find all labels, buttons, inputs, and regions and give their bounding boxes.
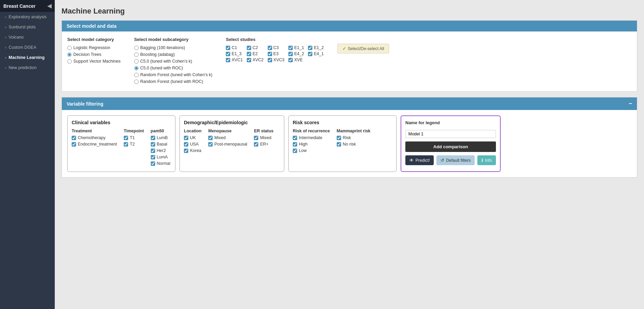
study-item-XVE: XVE <box>288 58 304 62</box>
radio-sub-boosting[interactable] <box>134 52 139 57</box>
checkbox-Mixed[interactable] <box>254 136 258 140</box>
study-checkbox-E1_2[interactable] <box>308 46 312 50</box>
radio-sub-text-rf-cohens: Random Forest (tuned with Cohen's k) <box>140 72 213 77</box>
study-checkbox-C2[interactable] <box>247 46 251 50</box>
study-checkbox-E1_1[interactable] <box>288 46 293 50</box>
demographic-card: Demographic/Epidemiologic Location UK US… <box>180 115 284 172</box>
checkbox-T1[interactable] <box>124 136 128 140</box>
mammaprint-header: Mammaprint risk <box>337 129 371 133</box>
radio-sub-label-rf-roc[interactable]: Random Forest (tuned with ROC) <box>134 79 213 84</box>
checkbox-item: Post-menopausal <box>208 142 247 147</box>
main-content: Machine Learning Select model and data S… <box>55 0 644 309</box>
checkbox-High[interactable] <box>293 142 297 147</box>
study-checkbox-E3[interactable] <box>268 52 272 56</box>
study-item-XVC1: XVC1 <box>226 58 243 62</box>
default-filters-button[interactable]: ↺ Default filters <box>436 155 475 165</box>
checkbox-Post-menopausal[interactable] <box>208 142 213 147</box>
sidebar-item-exploratory-analysis[interactable]: »Exploratory analysis <box>0 12 55 22</box>
radio-sub-rf-cohens[interactable] <box>134 73 139 77</box>
arrow-icon: » <box>5 46 7 49</box>
study-item-E3: E3 <box>268 51 285 56</box>
radio-sub-rf-roc[interactable] <box>134 80 139 84</box>
info-button[interactable]: ℹ Info <box>477 155 496 165</box>
checkbox-item: Chemotherapy <box>72 135 117 140</box>
radio-label-logistic[interactable]: Logistic Regression <box>67 45 121 50</box>
sidebar-toggle[interactable]: ◀ <box>47 3 51 9</box>
study-checkbox-C1[interactable] <box>226 46 230 50</box>
add-comparison-button[interactable]: Add comparison <box>405 141 496 152</box>
checkbox-LumB[interactable] <box>151 136 155 140</box>
radio-sub-c50-roc[interactable] <box>134 66 139 70</box>
sidebar-item-custom-dgea[interactable]: »Custom DGEA <box>0 42 55 52</box>
checkbox-No_risk[interactable] <box>337 142 341 147</box>
pam50-header: pam50 <box>151 129 170 133</box>
checkbox-Normal[interactable] <box>151 161 155 166</box>
radio-sub-label-c50-cohens[interactable]: C5.0 (tuned with Cohen's k) <box>134 59 213 64</box>
study-item-C3: C3 <box>268 45 285 50</box>
radio-sub-label-boosting[interactable]: Boosting (adabag) <box>134 52 213 57</box>
radio-label-decision-trees[interactable]: Decision Trees <box>67 52 121 57</box>
study-checkbox-XVC1[interactable] <box>226 58 230 62</box>
radio-sub-c50-cohens[interactable] <box>134 59 139 64</box>
timepoint-col: Timepoint T1 T2 <box>124 129 144 168</box>
study-checkbox-XVC3[interactable] <box>268 58 272 62</box>
checkbox-T2[interactable] <box>124 142 128 147</box>
legend-name-input[interactable] <box>405 130 496 138</box>
study-checkbox-E4_1[interactable] <box>308 52 312 56</box>
study-checkbox-XVC2[interactable] <box>247 58 251 62</box>
checkbox-label: LumB <box>157 135 168 140</box>
checkbox-Risk[interactable] <box>337 136 341 140</box>
study-checkbox-E2[interactable] <box>247 52 251 56</box>
checkbox-Her2[interactable] <box>151 149 155 153</box>
radio-logistic[interactable] <box>67 46 72 50</box>
pam50-items: LumB Basal Her2 LumA Normal <box>151 135 170 166</box>
radio-svm[interactable] <box>67 59 72 64</box>
checkbox-label: Risk <box>343 135 351 140</box>
study-checkbox-XVE[interactable] <box>288 58 293 62</box>
checkbox-UK[interactable] <box>184 136 188 140</box>
variable-filtering-header: Variable filtering − <box>62 97 637 110</box>
radio-sub-label-c50-roc[interactable]: C5.0 (tuned with ROC) <box>134 66 213 70</box>
checkbox-USA[interactable] <box>184 142 188 147</box>
study-label-E1_2: E1_2 <box>314 45 324 50</box>
sidebar-item-new-prediction[interactable]: »New prediction <box>0 63 55 73</box>
page-title: Machine Learning <box>62 7 637 16</box>
radio-label-svm[interactable]: Support Vector Machines <box>67 59 121 64</box>
model-category-col: Select model category Logistic Regressio… <box>67 37 121 66</box>
checkbox-LumA[interactable] <box>151 155 155 159</box>
radio-sub-label-rf-cohens[interactable]: Random Forest (tuned with Cohen's k) <box>134 72 213 77</box>
radio-sub-text-rf-roc: Random Forest (tuned with ROC) <box>140 79 203 84</box>
collapse-icon[interactable]: − <box>628 100 632 107</box>
checkbox-ER+[interactable] <box>254 142 258 147</box>
default-icon: ↺ <box>440 158 444 163</box>
sidebar-item-volcano[interactable]: »Volcano <box>0 32 55 42</box>
checkbox-Low[interactable] <box>293 149 297 153</box>
radio-sub-bagging[interactable] <box>134 46 139 50</box>
model-subcategory-group: Bagging (100 iterations) Boosting (adaba… <box>134 45 213 84</box>
study-checkbox-C3[interactable] <box>268 46 272 50</box>
study-item-C2: C2 <box>247 45 264 50</box>
checkbox-Endocrine_treatment[interactable] <box>72 142 76 147</box>
select-deselect-wrapper: ✓ Select/De-select All <box>337 37 389 53</box>
sidebar-item-sunburst-plots[interactable]: »Sunburst plots <box>0 22 55 32</box>
study-checkbox-E1_3[interactable] <box>226 52 230 56</box>
radio-sub-label-bagging[interactable]: Bagging (100 iterations) <box>134 45 213 50</box>
radio-decision-trees[interactable] <box>67 52 72 57</box>
checkbox-Mixed[interactable] <box>208 136 213 140</box>
checkbox-label: No risk <box>343 142 356 147</box>
checkbox-Korea[interactable] <box>184 149 188 153</box>
select-deselect-button[interactable]: ✓ Select/De-select All <box>337 44 389 53</box>
checkbox-item: ER+ <box>254 142 273 147</box>
checkbox-Intermediate[interactable] <box>293 136 297 140</box>
study-checkbox-E4_2[interactable] <box>288 52 293 56</box>
risk-scores-card: Risk scores Risk of recurrence Intermedi… <box>288 115 397 172</box>
timepoint-header: Timepoint <box>124 129 144 133</box>
variable-filtering-body: Clinical variables Treatment Chemotherap… <box>62 110 637 177</box>
sidebar-item-machine-learning[interactable]: »Machine Learning <box>0 52 55 63</box>
model-selection-body: Select model category Logistic Regressio… <box>62 31 637 91</box>
checkbox-Chemotherapy[interactable] <box>72 136 76 140</box>
sidebar-header: Breast Cancer ◀ <box>0 0 55 12</box>
checkbox-Basal[interactable] <box>151 142 155 147</box>
predict-button[interactable]: 👁 Predict! <box>405 155 434 165</box>
arrow-icon: » <box>5 56 7 60</box>
